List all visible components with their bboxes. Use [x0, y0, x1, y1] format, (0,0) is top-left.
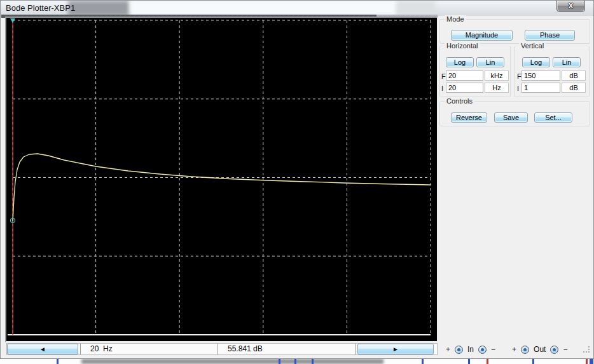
- right-arrow-icon: ►: [392, 346, 399, 353]
- out-plus-label: +: [512, 345, 516, 354]
- vertical-group-label: Vertical: [519, 42, 546, 50]
- in-minus-terminal-icon: [478, 346, 487, 354]
- in-plus-terminal-icon: [455, 346, 463, 354]
- horizontal-f-unit: kHz: [485, 71, 509, 81]
- wire-tick: [487, 359, 488, 364]
- horizontal-i-unit: Hz: [485, 83, 509, 93]
- cursor-right-button[interactable]: ►: [357, 344, 434, 354]
- cursor-left-button[interactable]: ◄: [7, 344, 78, 354]
- window-title: Bode Plotter-XBP1: [6, 1, 75, 16]
- wire-tick: [590, 359, 593, 364]
- vertical-f-input[interactable]: [521, 71, 560, 81]
- save-button[interactable]: Save: [494, 112, 528, 123]
- set-button[interactable]: Set...: [534, 112, 572, 123]
- resize-grip[interactable]: [583, 346, 590, 353]
- out-minus-label: −: [563, 345, 567, 354]
- cursor-frequency-readout: 20 Hz: [80, 344, 218, 354]
- vertical-f-label: F: [517, 72, 521, 80]
- reverse-button[interactable]: Reverse: [451, 112, 487, 123]
- horizontal-group-label: Horizontal: [445, 42, 480, 50]
- vertical-f-unit: dB: [562, 71, 586, 81]
- wire-tick: [422, 359, 424, 364]
- wire-tick: [312, 359, 314, 364]
- phase-button[interactable]: Phase: [525, 30, 575, 41]
- controls-group-label: Controls: [445, 97, 474, 105]
- close-button[interactable]: X: [556, 1, 585, 12]
- horizontal-lin-button[interactable]: Lin: [476, 57, 504, 67]
- title-bar[interactable]: Bode Plotter-XBP1: [1, 1, 593, 16]
- in-plus-label: +: [446, 345, 450, 354]
- titlebar-artifact: [396, 1, 436, 16]
- wire-tick: [468, 359, 470, 364]
- cursor-magnitude-readout: 55.841 dB: [218, 344, 356, 354]
- out-plus-terminal-icon: [521, 346, 529, 354]
- horizontal-f-label: F: [441, 72, 446, 80]
- vertical-i-unit: dB: [562, 83, 586, 93]
- controls-group: Controls Reverse Save Set...: [439, 101, 590, 126]
- out-terminal-group: + Out −: [512, 345, 567, 354]
- terminal-strip: + In − + Out −: [446, 344, 583, 355]
- left-arrow-icon: ◄: [39, 346, 46, 353]
- wire-tick: [279, 359, 280, 364]
- wire-tick: [294, 359, 296, 364]
- in-label: In: [467, 345, 474, 354]
- titlebar-artifact: [130, 1, 397, 16]
- close-icon: X: [569, 2, 573, 10]
- out-minus-terminal-icon: [550, 346, 558, 354]
- cursor-scroll-bar: ◄ 20 Hz 55.841 dB ►: [6, 343, 438, 355]
- vertical-group: Vertical Log Lin F dB I dB: [514, 46, 590, 97]
- wire-tick: [586, 359, 588, 364]
- vertical-i-label: I: [517, 84, 519, 92]
- titlebar-artifact: [68, 1, 129, 16]
- wire-tick: [532, 359, 534, 364]
- vertical-lin-button[interactable]: Lin: [553, 57, 581, 67]
- out-label: Out: [534, 345, 546, 354]
- horizontal-f-input[interactable]: [446, 71, 483, 81]
- background-canvas: [0, 359, 594, 364]
- vertical-log-button[interactable]: Log: [522, 57, 550, 67]
- mode-group-label: Mode: [445, 15, 466, 24]
- wire-tick: [57, 359, 59, 364]
- plot-panel: [5, 17, 438, 342]
- bode-plotter-window: Bode Plotter-XBP1 X Mode Magnitude Phase…: [0, 0, 594, 359]
- horizontal-i-label: I: [441, 84, 443, 92]
- bode-plot-area[interactable]: [6, 18, 437, 341]
- horizontal-i-input[interactable]: [446, 83, 483, 93]
- in-minus-label: −: [491, 345, 495, 354]
- mode-group: Mode Magnitude Phase: [439, 19, 590, 44]
- vertical-i-input[interactable]: [521, 83, 560, 93]
- magnitude-button[interactable]: Magnitude: [451, 30, 513, 41]
- horizontal-log-button[interactable]: Log: [446, 57, 474, 67]
- horizontal-group: Horizontal Log Lin F kHz I Hz: [439, 46, 511, 97]
- in-terminal-group: + In −: [446, 345, 495, 354]
- background-artifact: [81, 359, 383, 364]
